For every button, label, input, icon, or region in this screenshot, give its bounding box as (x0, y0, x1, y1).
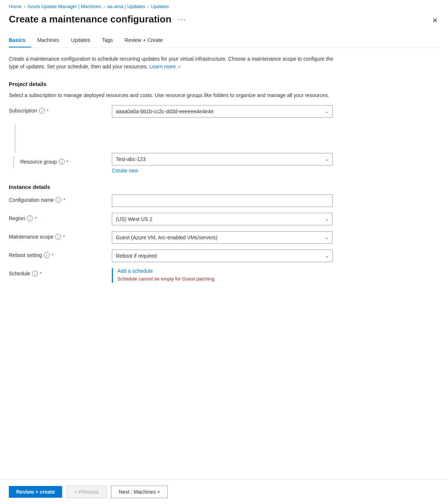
breadcrumb-sep-3: › (147, 4, 149, 9)
add-schedule-link[interactable]: Add a schedule (117, 268, 153, 274)
reboot-setting-select-wrapper: Reboot if required ⌄ (112, 250, 333, 262)
config-name-input[interactable] (112, 194, 333, 207)
maintenance-scope-group: Maintenance scope i * Guest (Azure VM, A… (9, 231, 439, 244)
schedule-control: Add a schedule Schedule cannot be empty … (112, 268, 333, 283)
tab-updates[interactable]: Updates (71, 33, 96, 47)
tab-basics[interactable]: Basics (9, 33, 31, 47)
schedule-border (112, 268, 113, 283)
schedule-label: Schedule (9, 271, 30, 276)
subscription-required: * (47, 108, 49, 114)
breadcrumb: Home › Azure Update Manager | Machines ›… (9, 0, 439, 12)
maintenance-scope-select[interactable]: Guest (Azure VM, Arc-enabled VMs/servers… (112, 231, 333, 244)
project-details-section: Project details Select a subscription to… (9, 81, 439, 174)
maintenance-scope-control: Guest (Azure VM, Arc-enabled VMs/servers… (112, 231, 333, 244)
reboot-setting-group: Reboot setting i * Reboot if required ⌄ (9, 250, 439, 262)
maintenance-scope-label-col: Maintenance scope i * (9, 231, 112, 240)
config-name-group: Configuration name i * (9, 194, 439, 207)
next-button[interactable]: Next : Machines > (111, 486, 168, 498)
resource-group-group: Resource group i * Test-abc-123 ⌄ Create… (9, 153, 439, 174)
project-details-desc: Select a subscription to manage deployed… (9, 92, 340, 99)
region-required: * (35, 216, 36, 221)
subscription-control: aaaa0a0a-bb1b-cc2c-dd3d-eeeeee4e4e4e ⌄ (112, 105, 333, 118)
schedule-label-col: Schedule i * (9, 268, 112, 276)
resource-group-info-icon: i (59, 159, 65, 165)
subscription-select-wrapper: aaaa0a0a-bb1b-cc2c-dd3d-eeeeee4e4e4e ⌄ (112, 105, 333, 118)
config-name-info-icon: i (56, 197, 61, 203)
breadcrumb-updates[interactable]: Updates (151, 4, 168, 9)
close-button[interactable]: ✕ (431, 15, 439, 26)
region-control: (US) West US 2 ⌄ (112, 213, 333, 225)
subscription-label: Subscription (9, 108, 37, 114)
breadcrumb-sep-1: › (24, 4, 25, 9)
reboot-setting-label: Reboot setting (9, 252, 42, 258)
schedule-required: * (40, 271, 42, 276)
page-description: Create a maintenance configuration to sc… (9, 55, 340, 71)
region-select[interactable]: (US) West US 2 (112, 213, 333, 225)
review-create-button[interactable]: Review + create (9, 486, 62, 498)
breadcrumb-azure-update-manager[interactable]: Azure Update Manager | Machines (28, 4, 102, 9)
reboot-setting-info-icon: i (44, 252, 50, 258)
reboot-setting-select[interactable]: Reboot if required (112, 250, 333, 262)
resource-group-select-wrapper: Test-abc-123 ⌄ (112, 153, 333, 165)
reboot-setting-control: Reboot if required ⌄ (112, 250, 333, 262)
region-info-icon: i (27, 215, 33, 221)
region-group: Region i * (US) West US 2 ⌄ (9, 213, 439, 225)
resource-group-control: Test-abc-123 ⌄ Create new (112, 153, 333, 174)
config-name-control (112, 194, 333, 207)
page-menu-button[interactable]: ··· (176, 14, 189, 24)
region-label-col: Region i * (9, 213, 112, 221)
reboot-setting-required: * (51, 253, 53, 258)
resource-group-label-col: Resource group i * (9, 153, 112, 168)
resource-group-select[interactable]: Test-abc-123 (112, 153, 333, 165)
subscription-info-icon: i (39, 108, 45, 114)
resource-group-label: Resource group (20, 159, 57, 165)
instance-details-section: Instance details Configuration name i * … (9, 184, 439, 283)
region-select-wrapper: (US) West US 2 ⌄ (112, 213, 333, 225)
maintenance-scope-info-icon: i (55, 234, 61, 240)
region-label: Region (9, 215, 25, 221)
breadcrumb-aa-ama[interactable]: aa-ama | Updates (107, 4, 145, 9)
tab-machines[interactable]: Machines (37, 33, 65, 47)
config-name-required: * (63, 197, 65, 203)
learn-more-label: Learn more (149, 64, 176, 69)
resource-group-required: * (67, 159, 68, 165)
page-header: Create a maintenance configuration ··· ✕ (9, 12, 439, 26)
learn-more-link[interactable]: Learn more ↗ (149, 64, 180, 69)
tab-review-create[interactable]: Review + Create (125, 33, 169, 47)
page-title: Create a maintenance configuration (9, 14, 171, 25)
bottom-bar: Review + create < Previous Next : Machin… (0, 479, 448, 504)
maintenance-scope-required: * (63, 234, 65, 240)
subscription-label-col: Subscription i * (9, 105, 112, 114)
maintenance-scope-select-wrapper: Guest (Azure VM, Arc-enabled VMs/servers… (112, 231, 333, 244)
previous-button[interactable]: < Previous (67, 486, 107, 498)
schedule-content: Add a schedule Schedule cannot be empty … (117, 268, 216, 282)
schedule-group: Schedule i * Add a schedule Schedule can… (9, 268, 439, 283)
schedule-error-message: Schedule cannot be empty for Guest patch… (117, 276, 216, 282)
tab-tags[interactable]: Tags (102, 33, 119, 47)
create-new-resource-group-link[interactable]: Create new (112, 168, 333, 174)
tab-bar: Basics Machines Updates Tags Review + Cr… (9, 33, 439, 48)
subscription-select[interactable]: aaaa0a0a-bb1b-cc2c-dd3d-eeeeee4e4e4e (112, 105, 333, 118)
reboot-setting-label-col: Reboot setting i * (9, 250, 112, 258)
instance-details-title: Instance details (9, 184, 439, 190)
config-name-label: Configuration name (9, 197, 54, 203)
breadcrumb-home[interactable]: Home (9, 4, 22, 9)
config-name-label-col: Configuration name i * (9, 194, 112, 203)
subscription-group: Subscription i * aaaa0a0a-bb1b-cc2c-dd3d… (9, 105, 439, 118)
schedule-info-icon: i (32, 271, 38, 276)
external-link-icon: ↗ (177, 65, 181, 69)
schedule-area: Add a schedule Schedule cannot be empty … (112, 268, 333, 283)
breadcrumb-sep-2: › (103, 4, 105, 9)
project-details-title: Project details (9, 81, 439, 87)
maintenance-scope-label: Maintenance scope (9, 234, 53, 240)
